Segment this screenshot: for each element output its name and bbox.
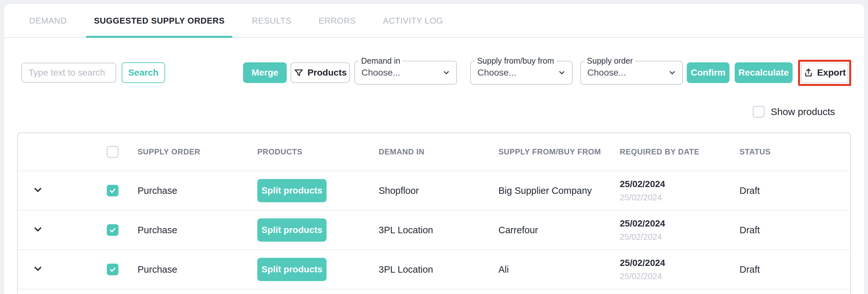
search-input[interactable] — [21, 63, 116, 83]
supply-from-select[interactable]: Supply from/buy from Choose... — [470, 61, 572, 85]
chevron-down-icon — [668, 69, 676, 77]
header-required-by-date: REQUIRED BY DATE — [620, 147, 740, 156]
supply-order-select-value: Choose... — [587, 68, 668, 78]
split-products-button[interactable]: Split products — [257, 258, 327, 281]
check-icon — [109, 226, 117, 234]
table-row: Purchase Split products Shopfloor Big Su… — [18, 171, 850, 211]
row-checkbox[interactable] — [107, 185, 119, 196]
split-products-button[interactable]: Split products — [257, 218, 327, 242]
split-products-button[interactable]: Split products — [257, 179, 327, 202]
status-cell: Draft — [740, 185, 850, 196]
check-icon — [109, 265, 117, 273]
required-by-date-cell: 25/02/2024 25/02/2024 — [620, 258, 740, 282]
demand-in-select-value: Choose... — [362, 68, 442, 78]
required-by-date-primary: 25/02/2024 — [620, 218, 740, 229]
demand-in-select[interactable]: Demand in Choose... — [354, 61, 457, 85]
tab-demand[interactable]: DEMAND — [21, 4, 74, 37]
header-supply-order: SUPPLY ORDER — [137, 147, 257, 156]
header-products: PRODUCTS — [257, 147, 379, 156]
required-by-date-secondary: 25/02/2024 — [620, 192, 740, 203]
supply-orders-table: SUPPLY ORDER PRODUCTS DEMAND IN SUPPLY F… — [17, 133, 851, 294]
check-icon — [109, 187, 117, 194]
demand-in-select-label: Demand in — [359, 56, 403, 66]
merge-button[interactable]: Merge — [243, 62, 287, 83]
tab-errors[interactable]: ERRORS — [311, 4, 364, 37]
show-products-option: Show products — [753, 106, 835, 118]
tab-activity-log[interactable]: ACTIVITY LOG — [375, 4, 451, 37]
required-by-date-secondary: 25/02/2024 — [620, 271, 740, 282]
row-checkbox[interactable] — [107, 224, 119, 236]
chevron-down-icon — [558, 69, 566, 77]
demand-in-cell: Shopfloor — [379, 185, 498, 196]
required-by-date-secondary: 25/02/2024 — [620, 232, 740, 242]
show-products-checkbox[interactable] — [753, 106, 765, 118]
products-filter-button[interactable]: Products — [291, 62, 349, 83]
main-panel: DEMAND SUGGESTED SUPPLY ORDERS RESULTS E… — [4, 4, 864, 294]
select-all-checkbox[interactable] — [107, 146, 119, 158]
search-button[interactable]: Search — [122, 62, 165, 83]
products-button-label: Products — [307, 68, 347, 78]
tab-bar: DEMAND SUGGESTED SUPPLY ORDERS RESULTS E… — [4, 4, 864, 38]
export-highlight-annotation: Export — [798, 60, 851, 86]
tab-results[interactable]: RESULTS — [244, 4, 299, 37]
supply-order-cell: Purchase — [137, 225, 257, 235]
expand-row-chevron-icon[interactable] — [32, 224, 43, 235]
supply-order-cell: Purchase — [137, 264, 257, 275]
supply-order-select[interactable]: Supply order Choose... — [580, 61, 683, 85]
show-products-label: Show products — [771, 106, 835, 117]
required-by-date-cell: 25/02/2024 25/02/2024 — [620, 218, 740, 242]
export-button[interactable]: Export — [801, 63, 848, 83]
expand-row-chevron-icon[interactable] — [32, 184, 43, 195]
supply-from-select-label: Supply from/buy from — [475, 56, 556, 66]
supply-from-cell: Ali — [498, 264, 620, 275]
recalculate-button[interactable]: Recalculate — [735, 62, 793, 83]
table-row: Purchase Split products 3PL Location Car… — [18, 211, 850, 250]
header-supply-from: SUPPLY FROM/BUY FROM — [498, 147, 620, 156]
status-cell: Draft — [740, 225, 850, 235]
supply-order-select-label: Supply order — [585, 56, 635, 66]
confirm-button[interactable]: Confirm — [687, 62, 730, 83]
supply-order-cell: Purchase — [137, 185, 257, 196]
required-by-date-primary: 25/02/2024 — [620, 258, 740, 268]
expand-row-chevron-icon[interactable] — [32, 263, 43, 274]
required-by-date-cell: 25/02/2024 25/02/2024 — [620, 179, 740, 203]
table-header-row: SUPPLY ORDER PRODUCTS DEMAND IN SUPPLY F… — [18, 133, 850, 171]
supply-from-cell: Big Supplier Company — [498, 185, 620, 196]
header-demand-in: DEMAND IN — [379, 147, 498, 156]
toolbar: Search Merge Products Demand in Choose..… — [21, 60, 851, 86]
demand-in-cell: 3PL Location — [379, 264, 498, 275]
required-by-date-primary: 25/02/2024 — [620, 179, 740, 189]
table-row: Purchase Split products 3PL Location Ali… — [18, 250, 850, 290]
filter-funnel-icon — [294, 68, 304, 78]
row-checkbox[interactable] — [107, 264, 119, 275]
header-status: STATUS — [740, 147, 850, 156]
supply-from-select-value: Choose... — [477, 68, 557, 78]
chevron-down-icon — [442, 69, 451, 77]
tab-suggested-supply-orders[interactable]: SUGGESTED SUPPLY ORDERS — [86, 4, 232, 37]
status-cell: Draft — [740, 264, 850, 275]
supply-from-cell: Carrefour — [498, 225, 620, 235]
demand-in-cell: 3PL Location — [379, 225, 498, 235]
upload-icon — [804, 68, 813, 78]
export-button-label: Export — [817, 68, 846, 78]
